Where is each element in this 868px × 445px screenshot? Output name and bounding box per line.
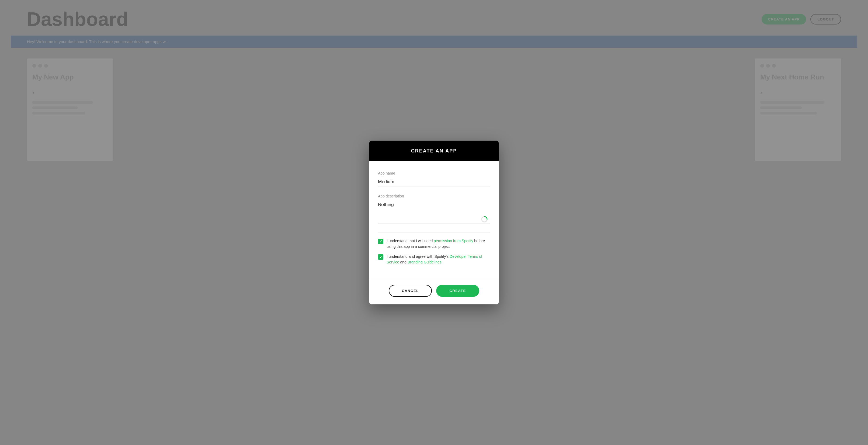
checkboxes: ✓ I understand that I will need permissi…	[378, 238, 490, 265]
create-button[interactable]: CREATE	[436, 285, 479, 297]
checkbox-1-text-before: I understand that I will need	[386, 239, 434, 243]
branding-link[interactable]: Branding Guidelines	[408, 260, 441, 264]
checkbox-1-text: I understand that I will need permission…	[386, 238, 490, 249]
checkbox-1-check: ✓	[379, 240, 382, 244]
app-name-group: App name	[378, 171, 490, 186]
modal-header: CREATE AN APP	[369, 140, 499, 161]
checkbox-2-text: I understand and agree with Spotify's De…	[386, 254, 490, 265]
app-description-textarea[interactable]: Nothing	[378, 200, 490, 224]
checkbox-row-1: ✓ I understand that I will need permissi…	[378, 238, 490, 249]
spinner-icon	[481, 216, 488, 223]
permission-link[interactable]: permission from Spotify	[434, 239, 473, 243]
modal-body: App name App description Nothing	[369, 161, 499, 279]
checkbox-row-2: ✓ I understand and agree with Spotify's …	[378, 254, 490, 265]
app-description-label: App description	[378, 194, 490, 198]
checkbox-2-text-and: and	[399, 260, 408, 264]
divider	[378, 232, 490, 233]
cancel-button[interactable]: CANCEL	[389, 285, 432, 297]
modal-title: CREATE AN APP	[377, 148, 491, 154]
textarea-wrapper: Nothing	[378, 200, 490, 225]
checkbox-2-check: ✓	[379, 255, 382, 259]
modal-overlay: CREATE AN APP App name App description N…	[0, 0, 868, 445]
app-description-group: App description Nothing	[378, 194, 490, 225]
checkbox-2-text-before: I understand and agree with Spotify's	[386, 254, 450, 259]
app-name-label: App name	[378, 171, 490, 176]
checkbox-2[interactable]: ✓	[378, 254, 383, 260]
app-name-input[interactable]	[378, 178, 490, 186]
create-app-modal: CREATE AN APP App name App description N…	[369, 140, 499, 305]
checkbox-1[interactable]: ✓	[378, 239, 383, 244]
modal-footer: CANCEL CREATE	[369, 279, 499, 305]
